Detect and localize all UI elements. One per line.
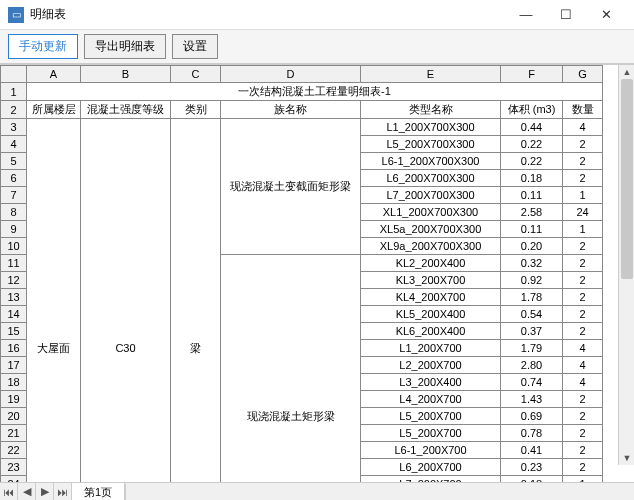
cell-vol[interactable]: 0.23 (501, 459, 563, 476)
header-type[interactable]: 类型名称 (361, 101, 501, 119)
cell-qty[interactable]: 2 (563, 238, 603, 255)
cell-type[interactable]: XL9a_200X700X300 (361, 238, 501, 255)
cell-qty[interactable]: 1 (563, 221, 603, 238)
cell-vol[interactable]: 1.43 (501, 391, 563, 408)
export-button[interactable]: 导出明细表 (84, 34, 166, 59)
cell-vol[interactable]: 0.41 (501, 442, 563, 459)
maximize-button[interactable]: ☐ (546, 0, 586, 30)
cell-qty[interactable]: 2 (563, 459, 603, 476)
cell-vol[interactable]: 1.79 (501, 340, 563, 357)
cell-family1[interactable]: 现浇混凝土变截面矩形梁 (221, 119, 361, 255)
cell-type[interactable]: L5_200X700X300 (361, 136, 501, 153)
cell-vol[interactable]: 1.78 (501, 289, 563, 306)
cell-vol[interactable]: 0.44 (501, 119, 563, 136)
cell-type[interactable]: L7_200X700 (361, 476, 501, 483)
cell-vol[interactable]: 0.20 (501, 238, 563, 255)
cell-vol[interactable]: 2.80 (501, 357, 563, 374)
manual-update-button[interactable]: 手动更新 (8, 34, 78, 59)
sheet-nav-next[interactable]: ▶ (36, 483, 54, 501)
cell-type[interactable]: L6-1_200X700 (361, 442, 501, 459)
cell-type[interactable]: KL5_200X400 (361, 306, 501, 323)
minimize-button[interactable]: — (506, 0, 546, 30)
cell-qty[interactable]: 4 (563, 119, 603, 136)
col-header-E[interactable]: E (361, 66, 501, 83)
header-class[interactable]: 类别 (171, 101, 221, 119)
scroll-thumb[interactable] (621, 79, 633, 279)
cell-grade[interactable]: C30 (81, 119, 171, 483)
row-header[interactable]: 5 (1, 153, 27, 170)
cell-vol[interactable]: 2.58 (501, 204, 563, 221)
row-header[interactable]: 24 (1, 476, 27, 483)
cell-qty[interactable]: 2 (563, 289, 603, 306)
cell-vol[interactable]: 0.69 (501, 408, 563, 425)
row-header[interactable]: 22 (1, 442, 27, 459)
header-family[interactable]: 族名称 (221, 101, 361, 119)
row-header[interactable]: 9 (1, 221, 27, 238)
scroll-up-icon[interactable]: ▲ (619, 65, 634, 79)
cell-qty[interactable]: 2 (563, 408, 603, 425)
cell-type[interactable]: KL6_200X400 (361, 323, 501, 340)
cell-type[interactable]: XL1_200X700X300 (361, 204, 501, 221)
cell-type[interactable]: L6-1_200X700X300 (361, 153, 501, 170)
row-header[interactable]: 2 (1, 101, 27, 119)
header-vol[interactable]: 体积 (m3) (501, 101, 563, 119)
cell-qty[interactable]: 4 (563, 357, 603, 374)
header-qty[interactable]: 数量 (563, 101, 603, 119)
col-header-G[interactable]: G (563, 66, 603, 83)
cell-vol[interactable]: 0.37 (501, 323, 563, 340)
row-header[interactable]: 11 (1, 255, 27, 272)
cell-vol[interactable]: 0.22 (501, 136, 563, 153)
cell-class[interactable]: 梁 (171, 119, 221, 483)
sheet-nav-last[interactable]: ⏭ (54, 483, 72, 501)
horizontal-scrollbar[interactable] (125, 484, 634, 500)
cell-vol[interactable]: 0.22 (501, 153, 563, 170)
row-header[interactable]: 23 (1, 459, 27, 476)
col-header-F[interactable]: F (501, 66, 563, 83)
cell-qty[interactable]: 4 (563, 340, 603, 357)
cell-type[interactable]: L5_200X700 (361, 408, 501, 425)
col-header-B[interactable]: B (81, 66, 171, 83)
row-header[interactable]: 20 (1, 408, 27, 425)
row-header[interactable]: 3 (1, 119, 27, 136)
row-header[interactable]: 6 (1, 170, 27, 187)
scroll-down-icon[interactable]: ▼ (619, 451, 634, 465)
sheet-nav-first[interactable]: ⏮ (0, 483, 18, 501)
cell-qty[interactable]: 2 (563, 323, 603, 340)
row-header[interactable]: 13 (1, 289, 27, 306)
cell-qty[interactable]: 2 (563, 442, 603, 459)
cell-vol[interactable]: 0.92 (501, 272, 563, 289)
sheet-nav-prev[interactable]: ◀ (18, 483, 36, 501)
cell-qty[interactable]: 1 (563, 187, 603, 204)
cell-type[interactable]: KL3_200X700 (361, 272, 501, 289)
settings-button[interactable]: 设置 (172, 34, 218, 59)
table-title-cell[interactable]: 一次结构混凝土工程量明细表-1 (27, 83, 603, 101)
row-header[interactable]: 8 (1, 204, 27, 221)
cell-qty[interactable]: 2 (563, 306, 603, 323)
cell-vol[interactable]: 0.78 (501, 425, 563, 442)
cell-vol[interactable]: 0.74 (501, 374, 563, 391)
row-header[interactable]: 1 (1, 83, 27, 101)
cell-qty[interactable]: 2 (563, 255, 603, 272)
row-header[interactable]: 14 (1, 306, 27, 323)
cell-family2[interactable]: 现浇混凝土矩形梁 (221, 255, 361, 483)
row-header[interactable]: 15 (1, 323, 27, 340)
cell-type[interactable]: KL4_200X700 (361, 289, 501, 306)
cell-type[interactable]: KL2_200X400 (361, 255, 501, 272)
cell-qty[interactable]: 24 (563, 204, 603, 221)
cell-qty[interactable]: 2 (563, 170, 603, 187)
cell-floor[interactable]: 大屋面 (27, 119, 81, 483)
cell-vol[interactable]: 0.11 (501, 187, 563, 204)
row-header[interactable]: 7 (1, 187, 27, 204)
cell-type[interactable]: L1_200X700 (361, 340, 501, 357)
cell-vol[interactable]: 0.18 (501, 476, 563, 483)
vertical-scrollbar[interactable]: ▲ ▼ (618, 65, 634, 465)
cell-type[interactable]: XL5a_200X700X300 (361, 221, 501, 238)
header-grade[interactable]: 混凝土强度等级 (81, 101, 171, 119)
header-floor[interactable]: 所属楼层 (27, 101, 81, 119)
cell-qty[interactable]: 1 (563, 476, 603, 483)
col-header-A[interactable]: A (27, 66, 81, 83)
cell-type[interactable]: L2_200X700 (361, 357, 501, 374)
cell-qty[interactable]: 2 (563, 391, 603, 408)
row-header[interactable]: 12 (1, 272, 27, 289)
row-header[interactable]: 4 (1, 136, 27, 153)
